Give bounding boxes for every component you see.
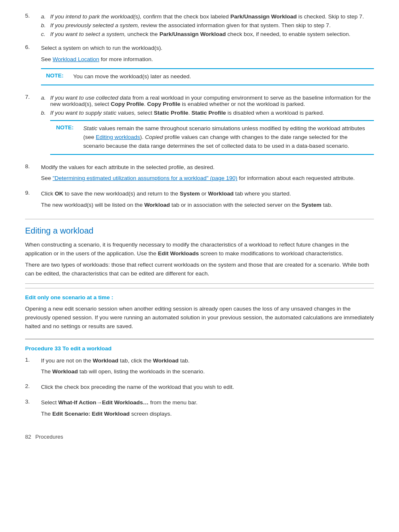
step-9-p2-bold1: Workload xyxy=(144,202,170,208)
proc-3-sub-bold: Edit Scenario: Edit Workload xyxy=(52,411,130,417)
footer: 82 Procedures xyxy=(25,434,374,440)
step-7b: b. If you want to supply static values, … xyxy=(41,110,374,116)
proc-3-t2: from the menu bar. xyxy=(148,399,197,406)
proc-step-2: 2. Click the check box preceding the nam… xyxy=(25,383,374,394)
step-5a-text2: is checked. Skip to step 7. xyxy=(297,13,364,20)
alert-divider-top xyxy=(25,283,374,284)
step-5c: c. If you want to select a system, unche… xyxy=(41,31,374,37)
step-9-text3: or xyxy=(200,190,208,197)
step-9-content: Click OK to save the new workload(s) and… xyxy=(41,190,374,212)
proc-step-3-sub: The Edit Scenario: Edit Workload screen … xyxy=(41,410,374,419)
step-5: 5. a. If you intend to park the workload… xyxy=(25,13,374,40)
proc-step-3: 3. Select What-If Action→Edit Workloads…… xyxy=(25,398,374,421)
editing-para1-bold: Edit Workloads xyxy=(158,250,199,257)
step-5a-italic: If you intend to park the workload(s), xyxy=(50,13,141,20)
step-9-text4: tab where you started. xyxy=(233,190,291,197)
step-5b-italic: If you previously selected a system, xyxy=(50,22,139,28)
note-7-text2: ). xyxy=(140,134,145,140)
editing-para2: There are two types of workloads: those … xyxy=(25,261,374,278)
proc-step-1: 1. If you are not on the Workload tab, c… xyxy=(25,357,374,379)
step-9-p2-2: tab or in association with the selected … xyxy=(170,202,301,208)
step-9-bold3: Workload xyxy=(208,190,233,197)
proc-step-1-num: 1. xyxy=(25,357,41,363)
step-8-content: Modify the values for each attribute in … xyxy=(41,163,374,186)
step-9-p2-3: tab. xyxy=(322,202,332,208)
step-7b-text1: select xyxy=(136,110,154,116)
step-5-num: 5. xyxy=(25,13,41,19)
step-8-see: See "Determining estimated utilization a… xyxy=(41,174,374,183)
step-8-text: Modify the values for each attribute in … xyxy=(41,163,374,172)
proc-step-1-sub: The Workload tab will open, listing the … xyxy=(41,368,374,376)
procedure-steps-list: 1. If you are not on the Workload tab, c… xyxy=(25,357,374,421)
proc-step-2-content: Click the check box preceding the name o… xyxy=(41,383,374,394)
proc-1-t3: tab. xyxy=(179,357,189,364)
note-7-italic1: Static xyxy=(83,125,97,131)
step-6-text: Select a system on which to run the work… xyxy=(41,44,374,53)
note-label-6: NOTE: xyxy=(46,72,69,79)
step-7a-text3: is enabled whether or not the workload i… xyxy=(180,101,305,107)
step-7a-bold2: Copy Profile xyxy=(147,101,181,107)
step-6-see-text: See xyxy=(41,56,53,62)
step-7b-text2: . xyxy=(188,110,192,116)
step-7b-content: If you want to supply static values, sel… xyxy=(50,110,374,116)
step-5b-alpha: b. xyxy=(41,22,50,28)
note-label-7: NOTE: xyxy=(56,124,79,131)
note-7-italic2: Copied xyxy=(145,134,163,140)
step-9: 9. Click OK to save the new workload(s) … xyxy=(25,190,374,212)
footer-page-number: 82 xyxy=(25,434,31,440)
step-5a-bold1: Park/Unassign Workload xyxy=(230,13,297,20)
step-8-see-rest: for information about each requested att… xyxy=(238,175,355,181)
proc-1-b2: Workload xyxy=(153,357,179,364)
proc-step-1-text: If you are not on the Workload tab, clic… xyxy=(41,357,374,365)
step-5c-bold: Park/Unassign Workload xyxy=(159,31,226,37)
step-7-note: NOTE: Static values remain the same thro… xyxy=(50,120,374,155)
step-9-bold2: System xyxy=(180,190,200,197)
step-9-bold1: OK xyxy=(55,190,63,197)
step-7: 7. a. If you want to use collected data … xyxy=(25,94,374,159)
step-5-content: a. If you intend to park the workload(s)… xyxy=(41,13,374,40)
step-7b-bold2: Static Profile xyxy=(192,110,226,116)
step-6-see: See Workload Location for more informati… xyxy=(41,55,374,64)
alert-body: Opening a new edit scenario session when… xyxy=(25,305,374,331)
step-7b-alpha: b. xyxy=(41,110,50,116)
step-6-content: Select a system on which to run the work… xyxy=(41,44,374,90)
proc-step-2-text: Click the check box preceding the name o… xyxy=(41,383,374,392)
step-5b: b. If you previously selected a system, … xyxy=(41,22,374,28)
editing-para1: When constructing a scenario, it is freq… xyxy=(25,241,374,258)
proc-3-b2: Edit Workloads… xyxy=(102,399,149,406)
step-5c-text1: uncheck the xyxy=(126,31,159,37)
proc-step-3-content: Select What-If Action→Edit Workloads… fr… xyxy=(41,398,374,421)
step-8-num: 8. xyxy=(25,163,41,170)
utilization-assumptions-link[interactable]: "Determining estimated utilization assum… xyxy=(53,175,238,181)
proc-3-t1: Select xyxy=(41,399,58,406)
proc-step-2-num: 2. xyxy=(25,383,41,389)
step-5a: a. If you intend to park the workload(s)… xyxy=(41,13,374,20)
procedure-heading: Procedure 33 To edit a workload xyxy=(25,344,374,353)
proc-step-1-content: If you are not on the Workload tab, clic… xyxy=(41,357,374,379)
step-7b-bold1: Static Profile xyxy=(154,110,189,116)
editing-workloads-link[interactable]: Editing workloads xyxy=(96,134,140,140)
proc-1-t2: tab, click the xyxy=(118,357,153,364)
step-5a-content: If you intend to park the workload(s), c… xyxy=(50,13,374,20)
step-7a-bold1: Copy Profile xyxy=(111,101,144,107)
step-7-content: a. If you want to use collected data fro… xyxy=(41,94,374,159)
step-7-num: 7. xyxy=(25,94,41,100)
step-7-sublist: a. If you want to use collected data fro… xyxy=(41,95,374,116)
step-7a: a. If you want to use collected data fro… xyxy=(41,95,374,107)
step-5a-alpha: a. xyxy=(41,13,50,20)
proc-1-sub-bold: Workload xyxy=(52,368,78,375)
step-5b-content: If you previously selected a system, rev… xyxy=(50,22,374,28)
step-6: 6. Select a system on which to run the w… xyxy=(25,44,374,90)
step-5a-text1: confirm that the check box labeled xyxy=(141,13,230,20)
editing-para1-rest: screen to make modifications to workload… xyxy=(199,250,343,257)
step-6-num: 6. xyxy=(25,44,41,50)
proc-1-sub-text: The xyxy=(41,368,52,375)
step-8-see-prefix: See xyxy=(41,175,53,181)
step-5c-italic: If you want to select a system, xyxy=(50,31,126,37)
step-9-para1: Click OK to save the new workload(s) and… xyxy=(41,190,374,198)
footer-section-label: Procedures xyxy=(35,434,63,440)
step-7a-alpha: a. xyxy=(41,95,50,101)
proc-step-3-num: 3. xyxy=(25,398,41,405)
workload-location-link[interactable]: Workload Location xyxy=(53,56,100,62)
note-text-6: You can move the workload(s) later as ne… xyxy=(73,72,369,81)
